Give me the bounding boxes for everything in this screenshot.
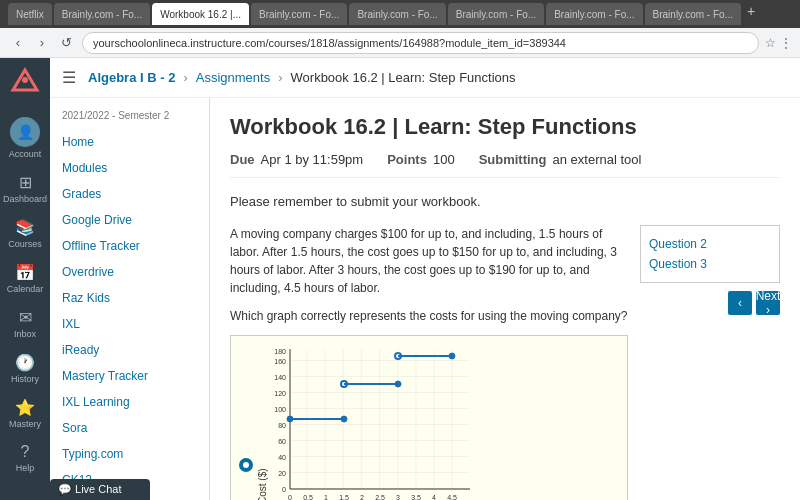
svg-text:100: 100 xyxy=(274,406,286,413)
sidebar-item-overdrive[interactable]: Overdrive xyxy=(50,259,209,285)
svg-text:0.5: 0.5 xyxy=(303,494,313,500)
hamburger-button[interactable]: ☰ xyxy=(62,68,76,87)
sidebar-item-iready[interactable]: iReady xyxy=(50,337,209,363)
submitting-value: an external tool xyxy=(553,152,642,167)
nav-calendar[interactable]: 📅 Calendar xyxy=(3,257,47,300)
help-icon: ? xyxy=(21,443,30,461)
svg-text:180: 180 xyxy=(274,348,286,355)
svg-text:2: 2 xyxy=(360,494,364,500)
sidebar-item-raz-kids[interactable]: Raz Kids xyxy=(50,285,209,311)
sidebar-item-sora[interactable]: Sora xyxy=(50,415,209,441)
nav-buttons: ‹ › ↺ xyxy=(8,33,76,53)
browser-icons: ☆ ⋮ xyxy=(765,36,792,50)
canvas-sidebar: 👤 Account ⊞ Dashboard 📚 Courses 📅 Calend… xyxy=(0,58,50,500)
svg-text:3: 3 xyxy=(396,494,400,500)
tab-netflix[interactable]: Netflix xyxy=(8,3,52,25)
back-button[interactable]: ‹ xyxy=(8,33,28,53)
new-tab-button[interactable]: + xyxy=(743,3,759,25)
course-sidebar: 2021/2022 - Semester 2 Home Modules Grad… xyxy=(50,98,210,500)
address-row: ‹ › ↺ yourschoolonlineca.instructure.com… xyxy=(0,28,800,58)
tab-brainly-5[interactable]: Brainly.com - Fo... xyxy=(546,3,642,25)
reload-button[interactable]: ↺ xyxy=(56,33,76,53)
tab-workbook[interactable]: Workbook 16.2 |... xyxy=(152,3,249,25)
sidebar-year: 2021/2022 - Semester 2 xyxy=(50,106,209,129)
svg-text:0: 0 xyxy=(288,494,292,500)
svg-text:20: 20 xyxy=(278,470,286,477)
radio-circle-selected xyxy=(239,458,253,472)
tab-brainly-6[interactable]: Brainly.com - Fo... xyxy=(645,3,741,25)
due-item: Due Apr 1 by 11:59pm xyxy=(230,152,363,167)
sidebar-item-typing[interactable]: Typing.com xyxy=(50,441,209,467)
svg-text:140: 140 xyxy=(274,374,286,381)
due-label: Due xyxy=(230,152,255,167)
nav-courses-label: Courses xyxy=(8,239,42,249)
question-prompt: Which graph correctly represents the cos… xyxy=(230,307,628,325)
live-chat-button[interactable]: 💬 Live Chat xyxy=(50,479,150,500)
forward-button[interactable]: › xyxy=(32,33,52,53)
question-sidebar: Question 2 Question 3 ‹ Next › xyxy=(640,225,780,500)
breadcrumb-assignments[interactable]: Assignments xyxy=(196,70,270,85)
breadcrumb-course[interactable]: Algebra I B - 2 xyxy=(88,70,175,85)
question-main: A moving company charges $100 for up to,… xyxy=(230,225,628,500)
page-title: Workbook 16.2 | Learn: Step Functions xyxy=(230,114,780,140)
svg-point-31 xyxy=(395,381,401,387)
question-2-link[interactable]: Question 2 xyxy=(649,234,771,254)
tab-brainly-2[interactable]: Brainly.com - Fo... xyxy=(251,3,347,25)
y-axis-label: Cost ($) xyxy=(257,344,268,500)
nav-account-label: Account xyxy=(9,149,42,159)
dashboard-icon: ⊞ xyxy=(19,173,32,192)
sidebar-item-modules[interactable]: Modules xyxy=(50,155,209,181)
nav-dashboard-label: Dashboard xyxy=(3,194,47,204)
svg-text:1: 1 xyxy=(324,494,328,500)
tab-brainly-4[interactable]: Brainly.com - Fo... xyxy=(448,3,544,25)
sidebar-item-ixl-learning[interactable]: IXL Learning xyxy=(50,389,209,415)
sidebar-item-mastery-tracker[interactable]: Mastery Tracker xyxy=(50,363,209,389)
sidebar-item-grades[interactable]: Grades xyxy=(50,181,209,207)
graph-svg: 0 20 40 60 80 100 120 140 160 xyxy=(270,344,470,500)
tab-brainly-3[interactable]: Brainly.com - Fo... xyxy=(349,3,445,25)
nav-inbox-label: Inbox xyxy=(14,329,36,339)
page-content: Workbook 16.2 | Learn: Step Functions Du… xyxy=(210,98,800,500)
nav-help-label: Help xyxy=(16,463,35,473)
reminder-text: Please remember to submit your workbook. xyxy=(230,194,780,209)
tab-brainly-1[interactable]: Brainly.com - Fo... xyxy=(54,3,150,25)
sidebar-item-ixl[interactable]: IXL xyxy=(50,311,209,337)
nav-account[interactable]: 👤 Account xyxy=(3,111,47,165)
svg-text:160: 160 xyxy=(274,358,286,365)
nav-mastery-label: Mastery xyxy=(9,419,41,429)
star-icon[interactable]: ☆ xyxy=(765,36,776,50)
nav-dashboard[interactable]: ⊞ Dashboard xyxy=(3,167,47,210)
nav-inbox[interactable]: ✉ Inbox xyxy=(3,302,47,345)
due-value: Apr 1 by 11:59pm xyxy=(261,152,364,167)
nav-history[interactable]: 🕐 History xyxy=(3,347,47,390)
menu-icon[interactable]: ⋮ xyxy=(780,36,792,50)
sidebar-item-google-drive[interactable]: Google Drive xyxy=(50,207,209,233)
tabs-row: Netflix Brainly.com - Fo... Workbook 16.… xyxy=(8,3,792,25)
question-prev-arrow[interactable]: ‹ xyxy=(728,291,752,315)
svg-text:40: 40 xyxy=(278,454,286,461)
svg-point-28 xyxy=(341,416,347,422)
question-3-link[interactable]: Question 3 xyxy=(649,254,771,274)
main-layout: 👤 Account ⊞ Dashboard 📚 Courses 📅 Calend… xyxy=(0,58,800,500)
address-bar[interactable]: yourschoolonlineca.instructure.com/cours… xyxy=(82,32,759,54)
svg-text:4: 4 xyxy=(432,494,436,500)
nav-courses[interactable]: 📚 Courses xyxy=(3,212,47,255)
url-text: yourschoolonlineca.instructure.com/cours… xyxy=(93,37,566,49)
nav-calendar-label: Calendar xyxy=(7,284,44,294)
points-label: Points xyxy=(387,152,427,167)
svg-text:120: 120 xyxy=(274,390,286,397)
sidebar-item-home[interactable]: Home xyxy=(50,129,209,155)
mastery-icon: ⭐ xyxy=(15,398,35,417)
svg-text:0: 0 xyxy=(282,486,286,493)
points-item: Points 100 xyxy=(387,152,454,167)
nav-mastery[interactable]: ⭐ Mastery xyxy=(3,392,47,435)
top-nav: ☰ Algebra I B - 2 › Assignments › Workbo… xyxy=(50,58,800,98)
nav-help[interactable]: ? Help xyxy=(3,437,47,479)
question-next-arrow[interactable]: Next › xyxy=(756,291,780,315)
svg-text:80: 80 xyxy=(278,422,286,429)
sidebar-item-offline-tracker[interactable]: Offline Tracker xyxy=(50,233,209,259)
breadcrumb-sep-2: › xyxy=(278,70,282,85)
radio-option-a[interactable] xyxy=(239,424,253,500)
graph-svg-container: Cost ($) xyxy=(239,344,619,500)
breadcrumb-current: Workbook 16.2 | Learn: Step Functions xyxy=(291,70,516,85)
